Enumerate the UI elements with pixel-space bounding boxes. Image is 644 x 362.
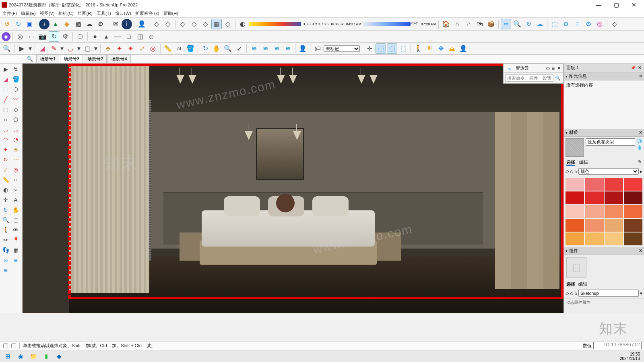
- lt-lasso-icon[interactable]: ↯: [11, 64, 21, 74]
- material-thumb[interactable]: [566, 138, 584, 157]
- rect2-icon[interactable]: ▢: [82, 43, 93, 54]
- lt-text-icon[interactable]: A1: [11, 185, 21, 195]
- person2-icon[interactable]: 👤: [458, 43, 469, 54]
- zhidayun-search-icon[interactable]: 🔍: [555, 76, 561, 81]
- rect-icon[interactable]: □: [124, 31, 134, 42]
- scene-tab-3[interactable]: 场景号3: [60, 54, 83, 63]
- undo-icon[interactable]: ↺: [2, 19, 12, 29]
- comp-back-icon[interactable]: ◇: [566, 291, 569, 296]
- scene-tab-4[interactable]: 场景号4: [107, 54, 130, 63]
- mat-create-icon[interactable]: 🧊: [637, 138, 642, 144]
- search2-icon[interactable]: 🔍: [2, 43, 12, 54]
- sandbox2-icon[interactable]: ≋: [260, 43, 270, 54]
- lt-eraser-icon[interactable]: ◢: [1, 74, 10, 84]
- lt-waves-icon[interactable]: ≋: [11, 255, 21, 265]
- cloud-link-icon[interactable]: ∞: [501, 19, 511, 29]
- rect-view-icon[interactable]: ▭: [26, 31, 37, 42]
- sandbox3-icon[interactable]: ≋: [271, 43, 282, 54]
- lt-zoom-icon[interactable]: 🔍: [1, 215, 10, 225]
- scene-tab-2[interactable]: 场景号2: [84, 54, 107, 63]
- pencil-icon[interactable]: ✎: [48, 43, 59, 54]
- target-icon[interactable]: ◎: [15, 31, 25, 42]
- style-hidden-icon[interactable]: ◇: [163, 19, 173, 29]
- view-iso-icon[interactable]: ⬚: [376, 43, 386, 54]
- text-ai-icon[interactable]: AI: [174, 43, 184, 54]
- start-button[interactable]: ⊞: [2, 352, 13, 361]
- menu-file[interactable]: 文件(F): [2, 10, 17, 16]
- lt-look2-icon[interactable]: 👁: [11, 225, 21, 235]
- rect3-icon[interactable]: ◫: [135, 31, 145, 42]
- tag-icon[interactable]: 🏷: [312, 43, 323, 54]
- components-close-icon[interactable]: ✕: [639, 248, 642, 253]
- arc-drop-icon[interactable]: ▾: [76, 43, 81, 54]
- lt-pan-icon[interactable]: ✋: [11, 205, 21, 215]
- lt-line-icon[interactable]: ╱: [1, 95, 10, 104]
- menu-help[interactable]: 帮助(H): [163, 10, 178, 16]
- material-swatch[interactable]: [605, 219, 623, 232]
- tree-icon[interactable]: ▲: [50, 19, 61, 29]
- sandbox4-icon[interactable]: ≋: [283, 43, 293, 54]
- material-swatch[interactable]: [566, 232, 584, 245]
- offset-icon[interactable]: ◎: [148, 43, 158, 54]
- tray-close-icon[interactable]: ✕: [638, 65, 642, 70]
- lt-paint-icon[interactable]: 🪣: [11, 74, 21, 84]
- style-shaded2-icon[interactable]: ◇: [189, 19, 199, 29]
- menu-window[interactable]: 窗口(W): [115, 10, 131, 16]
- gear3-icon[interactable]: ⚙: [583, 19, 594, 29]
- menu-camera[interactable]: 相机(C): [58, 10, 73, 16]
- material-swatch[interactable]: [585, 205, 603, 218]
- warehouse-icon[interactable]: 🏠: [441, 19, 451, 29]
- lt-footprints-icon[interactable]: 👣: [1, 245, 10, 255]
- mat-menu-icon[interactable]: ▸: [640, 169, 642, 174]
- tag-dropdown[interactable]: 未标记: [324, 45, 360, 52]
- status-credit-icon[interactable]: [11, 343, 16, 348]
- entity-info-header[interactable]: 图元信息 ✕: [564, 72, 644, 80]
- lt-pie-icon[interactable]: ◔: [11, 135, 21, 144]
- explorer-icon[interactable]: 📁: [28, 352, 39, 361]
- rect2-drop-icon[interactable]: ▾: [93, 43, 98, 54]
- arc-icon[interactable]: ◡: [65, 43, 76, 54]
- lt-scale-icon[interactable]: ⤢: [1, 165, 10, 175]
- style-shaded-icon[interactable]: ◇: [178, 19, 188, 29]
- viewport-3d[interactable]: ∞ 智达云 ▭ ≡ ✕ 🔍 www.znzmo.com 知末 www.znzmo…: [23, 64, 564, 313]
- sketchup-taskbar-icon[interactable]: ◆: [54, 352, 64, 361]
- mat-home-icon[interactable]: ⌂: [574, 169, 577, 174]
- month-scale[interactable]: [249, 22, 301, 26]
- ext-wh-icon[interactable]: 🛍: [475, 19, 485, 29]
- menu-extensions[interactable]: 扩展程序 (x): [135, 10, 159, 16]
- material-swatch[interactable]: [605, 191, 623, 204]
- save-icon[interactable]: ▣: [24, 19, 35, 29]
- material-swatch[interactable]: [585, 219, 603, 232]
- component-thumb[interactable]: ⬚: [566, 257, 586, 278]
- lt-free-icon[interactable]: 〰: [11, 95, 21, 104]
- lt-section2-icon[interactable]: ✂: [1, 235, 10, 245]
- ext-mgr-icon[interactable]: 📦: [486, 19, 496, 29]
- lt-arc2-icon[interactable]: ◡: [11, 125, 21, 134]
- pin-icon[interactable]: 📌: [631, 66, 636, 70]
- select-box-icon[interactable]: ⬚: [549, 19, 560, 29]
- axes-icon[interactable]: ✛: [364, 43, 375, 54]
- view-cube-icon[interactable]: ⬚: [398, 43, 409, 54]
- paint-icon[interactable]: 🪣: [185, 43, 196, 54]
- material-swatch[interactable]: [566, 191, 584, 204]
- lt-3dtext-icon[interactable]: A: [11, 195, 21, 205]
- components-header[interactable]: 组件 ✕: [564, 247, 644, 255]
- lt-arc1-icon[interactable]: ◡: [1, 125, 10, 134]
- compass-icon[interactable]: ◎: [594, 19, 605, 29]
- lt-waves2-icon[interactable]: ≋: [1, 265, 10, 275]
- entity-close-icon[interactable]: ✕: [639, 74, 642, 79]
- move-icon[interactable]: ✦: [114, 43, 124, 54]
- shadow-icon[interactable]: ◐: [237, 19, 248, 29]
- lt-dim-icon[interactable]: ↔: [11, 175, 21, 185]
- style-wireframe-icon[interactable]: ◇: [151, 19, 162, 29]
- material-swatch[interactable]: [566, 178, 584, 191]
- cloud-icon[interactable]: ☁: [84, 19, 95, 29]
- minimize-button[interactable]: —: [590, 0, 607, 9]
- list-icon[interactable]: ≡: [572, 19, 582, 29]
- sandbox1-icon[interactable]: ≋: [249, 43, 259, 54]
- 3dwh2-icon[interactable]: ⌂: [463, 19, 474, 29]
- info-icon[interactable]: i: [122, 19, 132, 29]
- lt-tape-icon[interactable]: 📏: [1, 175, 10, 185]
- style-xray-icon[interactable]: ◇: [223, 19, 233, 29]
- cloud-search-icon[interactable]: 🔍: [512, 19, 522, 29]
